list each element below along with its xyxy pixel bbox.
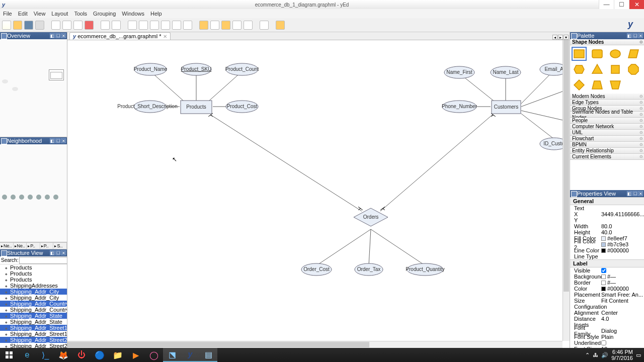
copy-button[interactable]	[62, 21, 71, 30]
tree-item[interactable]: Products	[0, 270, 67, 277]
redo-button[interactable]	[112, 21, 121, 30]
tray-notifications-icon[interactable]: ▭	[636, 352, 641, 358]
open-button[interactable]	[13, 21, 22, 30]
mode-nav-button[interactable]	[210, 21, 219, 30]
panel-pin-icon[interactable]: ◧	[50, 250, 55, 255]
mode-edit-button[interactable]	[199, 21, 208, 30]
palette-category[interactable]: BPMN	[570, 142, 644, 148]
vertical-scrollbar[interactable]	[562, 40, 570, 341]
structure-tree[interactable]: ProductsProductsProductsShippingAddresse…	[0, 264, 67, 348]
panel-close-icon[interactable]: ✕	[61, 33, 66, 38]
menu-help[interactable]: Help	[150, 11, 162, 17]
tree-item[interactable]: Products	[0, 277, 67, 283]
tree-item[interactable]: Shipping_Addr_State	[0, 313, 67, 319]
property-row[interactable]: Line Color#000000	[570, 247, 644, 253]
zoom-fit-button[interactable]	[150, 21, 159, 30]
palette-category[interactable]: Current Elements	[570, 154, 644, 160]
tree-item[interactable]: Shipping_Addr_Street1	[0, 331, 67, 337]
property-row[interactable]: X3449.41166666...	[570, 211, 644, 217]
fit-button[interactable]	[183, 21, 192, 30]
shape-hexagon[interactable]	[572, 62, 587, 76]
panel-close-icon[interactable]: ✕	[61, 138, 66, 143]
palette-category[interactable]: Flowchart	[570, 136, 644, 142]
print-button[interactable]	[35, 21, 44, 30]
grid-button[interactable]	[232, 21, 242, 30]
tree-item[interactable]: Shipping_Addr_Street2	[0, 337, 67, 343]
panel-tab[interactable]: P..	[27, 243, 40, 249]
delete-button[interactable]	[85, 21, 94, 30]
panel-close-icon[interactable]: ✕	[638, 191, 643, 196]
property-row[interactable]: Line Type	[570, 253, 644, 259]
menu-grouping[interactable]: Grouping	[93, 11, 116, 17]
cut-button[interactable]	[51, 21, 60, 30]
neighborhood-header[interactable]: Neighborhood◧☐✕	[0, 137, 67, 144]
task-app1[interactable]: ◯	[145, 348, 163, 362]
tray-network-icon[interactable]: 🖧	[593, 352, 598, 358]
property-row[interactable]: Background#—	[570, 274, 644, 280]
shape-diamond[interactable]	[572, 78, 587, 92]
diagram-canvas[interactable]: ⋌ ⋋ ⋋ ⋌ Product_Name Product_SKU Product…	[67, 40, 570, 348]
tree-item[interactable]: Shipping_Addr_City	[0, 289, 67, 295]
minimize-button[interactable]: —	[599, 0, 614, 9]
palette-category[interactable]: Edge Types	[570, 100, 644, 106]
property-row[interactable]: PlacementSmart Free: An...	[570, 292, 644, 298]
panel-max-icon[interactable]: ☐	[55, 250, 60, 255]
property-row[interactable]: Fill Color 2#b7c9e3	[570, 241, 644, 247]
panel-pin-icon[interactable]: ◧	[627, 191, 632, 196]
panel-max-icon[interactable]: ☐	[55, 138, 60, 143]
overview-header[interactable]: Overview◧☐✕	[0, 32, 67, 39]
paste-button[interactable]	[73, 21, 83, 30]
tree-item[interactable]: ShippingAddresses	[0, 283, 67, 289]
overview-panel[interactable]	[0, 39, 67, 137]
panel-close-icon[interactable]: ✕	[61, 250, 66, 255]
shape-rectangle[interactable]	[572, 47, 587, 61]
task-media[interactable]: ▶	[127, 348, 145, 362]
task-powershell[interactable]: ⟩_	[36, 348, 54, 362]
panel-pin-icon[interactable]: ◧	[627, 33, 632, 38]
property-row[interactable]: Font FamilyDialog	[570, 328, 644, 334]
shape-square[interactable]	[608, 62, 623, 76]
menu-tools[interactable]: Tools	[74, 11, 87, 17]
maximize-button[interactable]: ☐	[614, 0, 629, 9]
palette-header[interactable]: Palette◧☐✕	[570, 32, 644, 39]
zoom-area-button[interactable]	[161, 21, 170, 30]
system-tray[interactable]: ⌃ 🖧 🔊 6:46 PM 9/7/2016 ▭	[585, 349, 644, 361]
tree-item[interactable]: Shipping_Addr_State	[0, 319, 67, 325]
save-button[interactable]	[24, 21, 33, 30]
menu-view[interactable]: View	[34, 11, 46, 17]
panel-max-icon[interactable]: ☐	[632, 191, 637, 196]
property-row[interactable]: Width80.0	[570, 223, 644, 229]
panel-max-icon[interactable]: ☐	[55, 33, 60, 38]
overview-viewport[interactable]	[49, 69, 64, 80]
property-row[interactable]: Underlined	[570, 340, 644, 346]
clock[interactable]: 6:46 PM 9/7/2016	[611, 349, 633, 361]
panel-tab[interactable]: Ne..	[14, 243, 27, 249]
task-power[interactable]: ⏻	[72, 348, 91, 362]
neighborhood-panel[interactable]	[0, 144, 67, 242]
panel-close-icon[interactable]: ✕	[638, 33, 643, 38]
property-row[interactable]: Height40.0	[570, 229, 644, 235]
palette-category[interactable]: UML	[570, 130, 644, 136]
palette-category[interactable]: Swimlane Nodes and Table Nodes	[570, 112, 644, 118]
property-row[interactable]: Border#—	[570, 280, 644, 286]
tab-close-icon[interactable]: ✕	[163, 34, 167, 39]
shape-ellipse[interactable]	[608, 47, 623, 61]
panel-tab[interactable]: P..	[40, 243, 54, 249]
task-notes[interactable]: ▤	[199, 348, 217, 362]
property-row[interactable]: Distance4.0	[570, 316, 644, 322]
palette-category[interactable]: Entity Relationship	[570, 148, 644, 154]
property-row[interactable]: AlignmentCenter	[570, 310, 644, 316]
zoom-sel-button[interactable]	[172, 21, 181, 30]
shape-trapezoid[interactable]	[590, 78, 605, 92]
property-row[interactable]: SizeFit Content	[570, 298, 644, 304]
tree-item[interactable]: Shipping_Addr_Country	[0, 307, 67, 313]
magic-button[interactable]	[276, 21, 285, 30]
shape-round-rect[interactable]	[590, 47, 605, 61]
search-input[interactable]	[19, 257, 67, 264]
menu-file[interactable]: File	[3, 11, 12, 17]
props-section-label[interactable]: Label	[570, 259, 644, 267]
panel-max-icon[interactable]: ☐	[632, 33, 637, 38]
task-chrome[interactable]: 🔵	[91, 348, 109, 362]
shape-parallelogram[interactable]	[626, 47, 641, 61]
shape-triangle[interactable]	[590, 62, 605, 76]
